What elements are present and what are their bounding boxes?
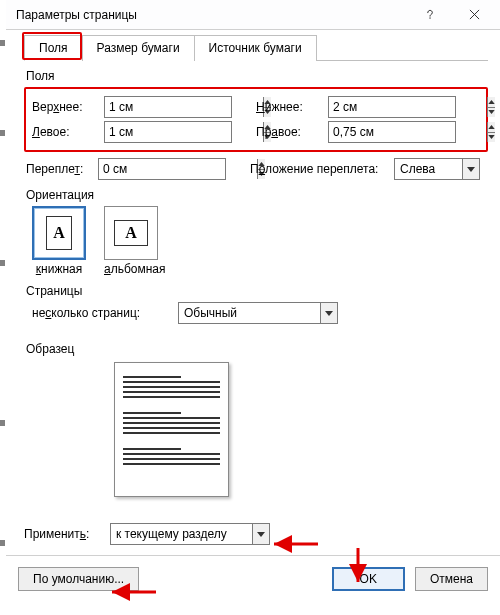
page-icon: A (114, 220, 148, 246)
combo-apply-to-value: к текущему разделу (111, 524, 252, 544)
input-top-margin-field[interactable] (105, 97, 263, 117)
chevron-down-icon[interactable] (252, 524, 269, 544)
help-button[interactable] (408, 0, 452, 30)
label-apply-to: Применить: (24, 527, 104, 541)
chevron-down-icon[interactable] (462, 159, 479, 179)
combo-gutter-position[interactable]: Слева (394, 158, 480, 180)
input-gutter-field[interactable] (99, 159, 257, 179)
input-bottom-margin-field[interactable] (329, 97, 487, 117)
cancel-button[interactable]: Отмена (415, 567, 488, 591)
input-right-margin[interactable] (328, 121, 456, 143)
titlebar: Параметры страницы (6, 0, 500, 30)
orientation-heading: Ориентация (26, 188, 488, 202)
input-top-margin[interactable] (104, 96, 232, 118)
default-button[interactable]: По умолчанию... (18, 567, 139, 591)
input-gutter[interactable] (98, 158, 226, 180)
input-left-margin-field[interactable] (105, 122, 263, 142)
input-bottom-margin[interactable] (328, 96, 456, 118)
dialog-footer: По умолчанию... OK Отмена (6, 555, 500, 601)
input-right-margin-field[interactable] (329, 122, 487, 142)
label-bottom-margin: Нижнее: (254, 100, 322, 114)
label-left-margin: Левое: (30, 125, 98, 139)
pages-heading: Страницы (26, 284, 488, 298)
page-icon: A (46, 216, 72, 250)
tab-paper-size[interactable]: Размер бумаги (82, 35, 195, 61)
sample-heading: Образец (26, 342, 488, 356)
tab-paper-source[interactable]: Источник бумаги (194, 35, 317, 61)
highlight-margins: Верхнее: Нижнее: Левое: (24, 87, 488, 152)
orientation-portrait[interactable]: A книжная (32, 206, 86, 276)
spin-up-icon[interactable] (488, 122, 495, 132)
close-button[interactable] (452, 0, 496, 30)
window-title: Параметры страницы (16, 8, 408, 22)
label-right-margin: Правое: (254, 125, 322, 139)
ok-button[interactable]: OK (332, 567, 405, 591)
combo-apply-to[interactable]: к текущему разделу (110, 523, 270, 545)
combo-multiple-pages-value: Обычный (179, 303, 320, 323)
spin-up-icon[interactable] (488, 97, 495, 107)
spin-down-icon[interactable] (488, 107, 495, 118)
margins-heading: Поля (26, 69, 488, 83)
label-multiple-pages: несколько страниц: (32, 306, 172, 320)
input-left-margin[interactable] (104, 121, 232, 143)
label-gutter-position: Положение переплета: (248, 162, 388, 176)
orientation-portrait-label: книжная (32, 262, 86, 276)
orientation-landscape-label: альбомная (104, 262, 166, 276)
chevron-down-icon[interactable] (320, 303, 337, 323)
combo-gutter-position-value: Слева (395, 159, 462, 179)
tab-strip: Поля Размер бумаги Источник бумаги (24, 34, 488, 61)
label-gutter: Переплет: (24, 162, 92, 176)
combo-multiple-pages[interactable]: Обычный (178, 302, 338, 324)
orientation-landscape[interactable]: A альбомная (104, 206, 166, 276)
sample-preview (114, 362, 229, 497)
label-top-margin: Верхнее: (30, 100, 98, 114)
spin-down-icon[interactable] (488, 132, 495, 143)
tab-fields[interactable]: Поля (24, 35, 83, 61)
